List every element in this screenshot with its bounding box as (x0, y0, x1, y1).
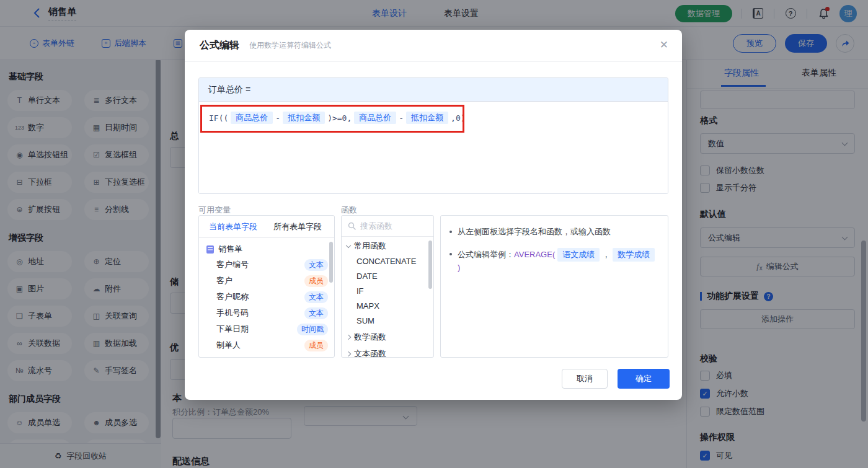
formula-editor-box: 订单总价 = IF((商品总价-抵扣金额)>=0,商品总价-抵扣金额,0) (198, 77, 668, 194)
help-line-1: 从左侧面板选择字段名和函数，或输入函数 (441, 226, 668, 238)
variables-tabs: 当前表单字段 所有表单字段 (199, 216, 334, 238)
variable-row[interactable]: 客户编号 文本 (199, 257, 334, 273)
function-item[interactable]: MAPX (342, 298, 433, 313)
formula-editor-modal: 公式编辑 使用数学运算符编辑公式 ✕ 订单总价 = IF((商品总价-抵扣金额)… (185, 30, 682, 400)
variable-row[interactable]: 制单人 成员 (199, 337, 334, 353)
variable-row[interactable]: 下单日期 时间戳 (199, 321, 334, 337)
variable-chip[interactable]: 抵扣金额 (406, 112, 448, 124)
form-tree-root[interactable]: 销售单 (199, 238, 334, 257)
variable-chip[interactable]: 抵扣金额 (283, 112, 325, 124)
formula-input-area[interactable]: IF((商品总价-抵扣金额)>=0,商品总价-抵扣金额,0) (199, 102, 668, 194)
function-group-text[interactable]: 文本函数 (342, 347, 433, 358)
modal-title: 公式编辑 (200, 39, 239, 52)
type-badge: 文本 (304, 259, 328, 271)
function-item[interactable]: IF (342, 283, 433, 298)
type-badge: 时间戳 (297, 324, 328, 335)
variable-chip[interactable]: 商品总价 (354, 112, 396, 124)
type-badge: 成员 (304, 340, 328, 351)
function-group-math[interactable]: 数学函数 (342, 330, 433, 345)
functions-label: 函数 (341, 205, 357, 216)
functions-panel: 常用函数 CONCATENATE DATE IF MAPX SUM 数学函数 文… (341, 215, 434, 358)
type-badge: 文本 (304, 291, 328, 303)
example-function: AVERAGE( (514, 249, 555, 261)
example-chip: 语文成绩 (557, 248, 600, 262)
help-line-2: 公式编辑举例：AVERAGE(语文成绩，数学成绩) (441, 248, 668, 274)
modal-footer: 取消 确定 (562, 369, 670, 389)
formula-target: 订单总价 = (199, 78, 668, 102)
function-item[interactable]: CONCATENATE (342, 254, 433, 268)
function-item[interactable]: DATE (342, 268, 433, 283)
variable-row[interactable]: 客户 成员 (199, 273, 334, 289)
formula-code: IF(( (209, 113, 228, 123)
caret-right-icon (346, 351, 351, 356)
formula-operator: - (275, 113, 280, 123)
cancel-button[interactable]: 取消 (562, 369, 608, 389)
confirm-button[interactable]: 确定 (618, 369, 670, 389)
variable-row[interactable]: 手机号码 文本 (199, 305, 334, 321)
app-window: 销售单 表单设计 表单设置 数据管理 A ? 理 (0, 0, 868, 468)
variables-scrollbar[interactable] (329, 242, 333, 283)
variable-row-clipped[interactable] (199, 353, 334, 358)
bullet-dot (450, 253, 452, 255)
example-chip: 数学成绩 (613, 248, 655, 262)
tab-all-form-fields[interactable]: 所有表单字段 (273, 221, 322, 232)
formula-operator: - (399, 113, 404, 123)
variables-panel: 当前表单字段 所有表单字段 销售单 客户编号 文本 客户 成员 客户昵称 文本 … (198, 215, 335, 358)
formula-code: ,0) (451, 113, 465, 123)
search-icon (348, 222, 356, 230)
caret-down-icon (346, 242, 351, 247)
tab-current-form-fields[interactable]: 当前表单字段 (209, 221, 257, 232)
functions-scrollbar[interactable] (428, 241, 432, 289)
function-item[interactable]: SUM (342, 313, 433, 328)
formula-code: )>=0, (327, 113, 352, 123)
type-badge: 文本 (304, 307, 328, 319)
variable-chip[interactable]: 商品总价 (231, 112, 273, 124)
variables-label: 可用变量 (198, 205, 231, 216)
formula-help-panel: 从左侧面板选择字段名和函数，或输入函数 公式编辑举例：AVERAGE(语文成绩，… (440, 215, 668, 358)
function-search-input[interactable] (360, 221, 422, 231)
modal-subtitle: 使用数学运算符编辑公式 (249, 40, 331, 51)
function-group-common[interactable]: 常用函数 (342, 239, 433, 254)
function-search (342, 216, 433, 237)
caret-right-icon (346, 335, 351, 340)
formula-expression: IF((商品总价-抵扣金额)>=0,商品总价-抵扣金额,0) (209, 112, 466, 124)
form-doc-icon (206, 245, 214, 254)
variable-row[interactable]: 客户昵称 文本 (199, 289, 334, 305)
close-icon[interactable]: ✕ (660, 38, 668, 51)
type-badge: 成员 (304, 275, 328, 287)
bullet-dot (450, 231, 452, 233)
modal-header: 公式编辑 使用数学运算符编辑公式 ✕ (185, 30, 682, 62)
